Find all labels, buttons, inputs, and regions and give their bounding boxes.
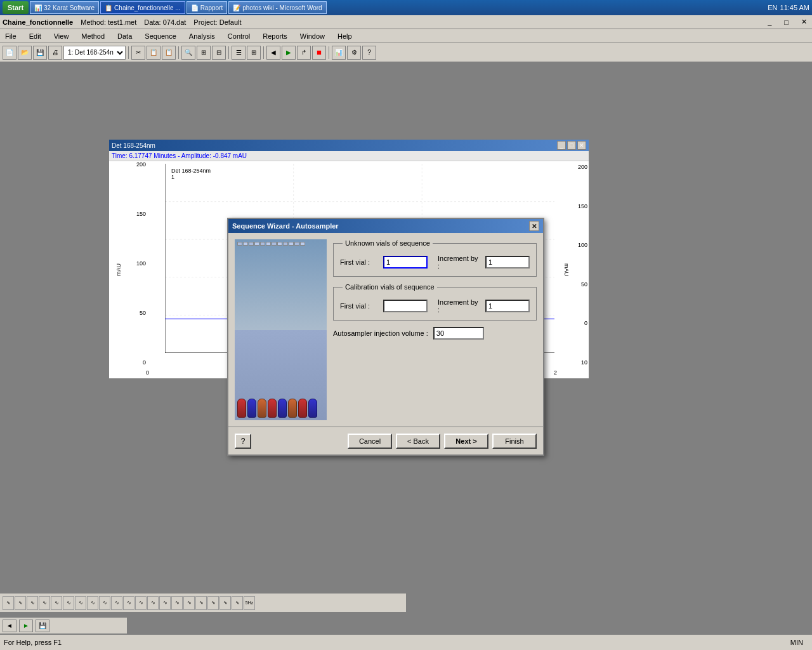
chart-y-label-left: mAU — [115, 263, 122, 276]
separator-3 — [228, 46, 229, 59]
method-info: Method: test1.met — [81, 18, 136, 26]
menu-reports[interactable]: Reports — [260, 31, 290, 41]
menu-edit[interactable]: Edit — [27, 31, 44, 41]
main-toolbar: 📄 📂 💾 🖨 1: Det 168-254n ✂ 📋 📋 🔍 ⊞ ⊟ ☰ ⊞ … — [0, 43, 812, 62]
wave-btn-8[interactable]: ∿ — [87, 596, 98, 610]
restore-app-btn[interactable]: □ — [782, 18, 791, 26]
wave-btn-5[interactable]: ∿ — [51, 596, 62, 610]
project-info: Project: Default — [193, 18, 241, 26]
paste-btn[interactable]: 📋 — [162, 46, 176, 60]
y-label-100: 100 — [128, 260, 146, 267]
open-btn[interactable]: 📂 — [18, 46, 32, 60]
minimize-app-btn[interactable]: _ — [765, 18, 774, 26]
wave-btn-13[interactable]: ∿ — [147, 596, 159, 610]
task-chaine-icon: 📋 — [105, 4, 112, 11]
list-btn[interactable]: ☰ — [232, 46, 246, 60]
wave-btn-18[interactable]: ∿ — [207, 596, 219, 610]
nav-bar: ◄ ► 💾 — [0, 617, 127, 633]
wave-btn-12[interactable]: ∿ — [135, 596, 147, 610]
arrow-left-btn[interactable]: ◀ — [266, 46, 280, 60]
new-btn[interactable]: 📄 — [3, 46, 16, 60]
table-btn[interactable]: ⊞ — [197, 46, 211, 60]
zoom-btn[interactable]: 🔍 — [181, 46, 195, 60]
help-btn-toolbar[interactable]: ? — [362, 46, 376, 60]
chart-title: Det 168-254nm — [112, 142, 155, 149]
wave-btn-11[interactable]: ∿ — [123, 596, 134, 610]
dialog-back-button[interactable]: < Back — [396, 434, 440, 449]
wave-btn-19[interactable]: ∿ — [219, 596, 231, 610]
detector-select[interactable]: 1: Det 168-254n — [63, 46, 126, 60]
status-bar: For Help, press F1 MIN — [0, 633, 812, 650]
wave-btn-9[interactable]: ∿ — [99, 596, 110, 610]
task-chaine[interactable]: 📋 Chaine_fonctionnelle ... — [100, 1, 185, 14]
injection-volume-input[interactable] — [433, 327, 484, 340]
wave-btn-4[interactable]: ∿ — [39, 596, 50, 610]
wave-btn-14[interactable]: ∿ — [159, 596, 171, 610]
calibration-increment-input[interactable] — [485, 300, 530, 312]
dialog-titlebar: Sequence Wizard - Autosampler ✕ — [228, 219, 543, 233]
settings-btn[interactable]: ⚙ — [347, 46, 361, 60]
table2-btn[interactable]: ⊟ — [212, 46, 226, 60]
wave-btn-1[interactable]: ∿ — [3, 596, 14, 610]
menu-view[interactable]: View — [51, 31, 72, 41]
unknown-first-vial-input[interactable] — [383, 256, 428, 269]
wave-btn-2[interactable]: ∿ — [15, 596, 26, 610]
menu-method[interactable]: Method — [79, 31, 107, 41]
wave-btn-7[interactable]: ∿ — [75, 596, 86, 610]
start-button[interactable]: Start — [3, 1, 29, 14]
menu-analysis[interactable]: Analysis — [187, 31, 218, 41]
stop-btn[interactable]: ⏹ — [312, 46, 326, 60]
calibration-first-vial-row: First vial : Increment by : — [340, 298, 530, 314]
calibration-first-vial-input[interactable] — [383, 300, 428, 312]
arrow-branch-btn[interactable]: ↱ — [297, 46, 311, 60]
wave-btn-20[interactable]: ∿ — [232, 596, 243, 610]
chart-restore-btn[interactable]: □ — [567, 141, 576, 150]
wave-btn-10[interactable]: ∿ — [111, 596, 122, 610]
task-word[interactable]: 📝 photos wiki - Microsoft Word — [228, 1, 326, 14]
right-y-200: 200 — [576, 164, 587, 170]
menu-window[interactable]: Window — [298, 31, 327, 41]
dialog-cancel-button[interactable]: Cancel — [348, 434, 392, 449]
menu-file[interactable]: File — [3, 31, 19, 41]
unknown-first-vial-row: First vial : Increment by : — [340, 255, 530, 270]
task-rapport[interactable]: 📄 Rapport — [187, 1, 228, 14]
wave-btn-6[interactable]: ∿ — [63, 596, 74, 610]
wave-btn-17[interactable]: ∿ — [195, 596, 207, 610]
calibration-first-vial-label: First vial : — [340, 302, 378, 310]
task-32karat[interactable]: 📊 32 Karat Software — [30, 1, 99, 14]
chain-info: Chaine_fonctionnelle — [3, 18, 73, 26]
save-btn[interactable]: 💾 — [33, 46, 47, 60]
wave-freq-btn[interactable]: 5Hz — [244, 596, 255, 610]
x-label-0: 0 — [146, 369, 149, 376]
dialog-finish-button[interactable]: Finish — [492, 434, 537, 449]
y-label-150: 150 — [128, 211, 146, 217]
arrow-right-btn[interactable]: ▶ — [282, 46, 296, 60]
main-menubar: File Edit View Method Data Sequence Anal… — [0, 29, 812, 43]
copy-btn[interactable]: 📋 — [147, 46, 160, 60]
task-32karat-label: 32 Karat Software — [44, 4, 95, 11]
chart-close-btn[interactable]: ✕ — [577, 141, 586, 150]
wave-btn-16[interactable]: ∿ — [183, 596, 195, 610]
app-menubar: Chaine_fonctionnelle Method: test1.met D… — [0, 15, 812, 29]
unknown-increment-input[interactable] — [485, 256, 530, 269]
task-chaine-label: Chaine_fonctionnelle ... — [114, 4, 181, 11]
menu-control[interactable]: Control — [225, 31, 252, 41]
nav-play-button[interactable]: ► — [19, 620, 33, 632]
wave-btn-15[interactable]: ∿ — [171, 596, 183, 610]
print-btn[interactable]: 🖨 — [48, 46, 62, 60]
mode-indicator: MIN — [790, 639, 808, 646]
dialog-close-button[interactable]: ✕ — [529, 221, 539, 231]
grid-btn[interactable]: ⊞ — [247, 46, 261, 60]
menu-data[interactable]: Data — [115, 31, 134, 41]
chart-minimize-btn[interactable]: _ — [557, 141, 566, 150]
dialog-next-button[interactable]: Next > — [444, 434, 488, 449]
report-btn[interactable]: 📊 — [332, 46, 346, 60]
menu-help[interactable]: Help — [335, 31, 355, 41]
menu-sequence[interactable]: Sequence — [142, 31, 179, 41]
nav-save-button[interactable]: 💾 — [36, 620, 49, 632]
cut-btn[interactable]: ✂ — [131, 46, 145, 60]
close-app-btn[interactable]: ✕ — [799, 18, 809, 26]
wave-btn-3[interactable]: ∿ — [27, 596, 38, 610]
dialog-help-button[interactable]: ? — [235, 434, 251, 449]
nav-prev-button[interactable]: ◄ — [3, 620, 16, 632]
